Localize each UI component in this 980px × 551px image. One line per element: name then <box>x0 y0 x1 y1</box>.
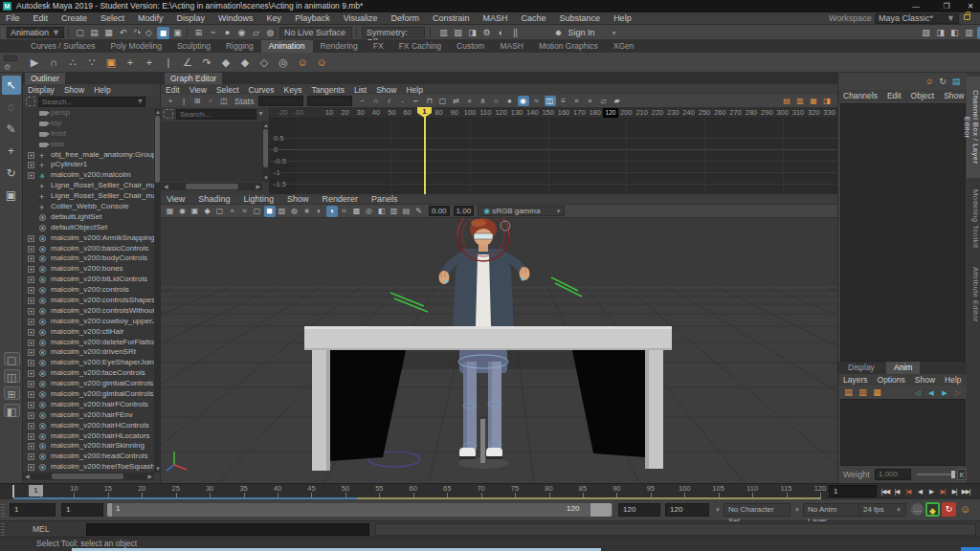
camera-attributes-icon[interactable]: ▣ <box>189 206 201 217</box>
expand-toggle[interactable]: + <box>28 412 34 419</box>
wireframe-icon[interactable]: ▢ <box>252 206 263 217</box>
select-component-icon[interactable]: ▣ <box>171 27 184 39</box>
undo-icon[interactable]: ↶ <box>117 27 129 39</box>
set-driven-key-icon[interactable]: ↷ <box>199 55 214 70</box>
set-key-icon[interactable]: + <box>122 55 138 70</box>
weight-field[interactable]: 1.000 <box>875 469 911 480</box>
image-plane-icon[interactable]: ▢ <box>214 206 226 217</box>
exposure-field[interactable]: 0.00 <box>429 206 450 216</box>
break-tangents-icon[interactable]: × <box>464 96 476 106</box>
outliner-item[interactable]: +malcolm_v200:faceControls <box>23 368 154 379</box>
paint-select-tool-icon[interactable]: ✎ <box>2 120 21 139</box>
current-time-field[interactable]: 1 <box>829 485 877 497</box>
expand-toggle[interactable]: + <box>28 287 34 294</box>
free-tangent-weight-icon[interactable]: ○ <box>491 96 502 106</box>
step-forward-key-button[interactable]: ▶| <box>937 485 948 497</box>
show-channel-box-icon[interactable]: ▥ <box>963 27 975 39</box>
show-attribute-editor-icon[interactable]: ◨ <box>934 27 947 39</box>
symmetry-field[interactable]: Symmetry: Off <box>362 27 425 38</box>
snap-to-projected-center-icon[interactable]: ◉ <box>235 27 248 39</box>
shelf-tab-mash[interactable]: MASH <box>492 40 531 53</box>
cached-playback-toggle[interactable]: ↻ <box>942 502 956 517</box>
expand-toggle[interactable]: + <box>28 402 34 408</box>
insert-keys-tool-icon[interactable]: | <box>178 96 189 106</box>
lasso-tool-icon[interactable]: ◌ <box>2 98 21 117</box>
outliner-item[interactable]: +obj_free_male_anatomy:Group36237 <box>23 150 154 161</box>
outliner-item[interactable]: +malcolm_v200:bodyControls <box>23 253 154 264</box>
minimize-button[interactable]: — <box>905 0 926 12</box>
main-menu-file[interactable]: File <box>0 12 27 24</box>
workspace-dropdown[interactable]: Maya Classic*▼ <box>875 13 959 24</box>
viewport-menu-shading[interactable]: Shading <box>191 194 236 205</box>
statusline-grip[interactable] <box>1 27 5 38</box>
sign-in-button[interactable]: ☻ Sign In ▼ <box>551 26 617 39</box>
main-menu-mash[interactable]: MASH <box>477 12 515 24</box>
outliner-item[interactable]: +malcolm_v200:basicControls <box>23 244 154 254</box>
spline-tangents-icon[interactable]: ~ <box>357 96 368 106</box>
auto-tangents-icon[interactable]: ◉ <box>518 96 529 106</box>
create-cluster-icon[interactable]: ∴ <box>65 55 80 70</box>
outliner-item[interactable]: +malcolm_v200:cowboy_upperJacket <box>23 317 154 327</box>
viewport-menu-panels[interactable]: Panels <box>365 194 405 205</box>
filter-icon[interactable] <box>26 97 35 106</box>
graph-filter-icon[interactable] <box>164 109 173 119</box>
open-time-editor-icon[interactable]: ▦ <box>808 96 819 106</box>
outliner-item[interactable]: side <box>23 140 154 150</box>
viewport-menu-show[interactable]: Show <box>280 194 316 205</box>
expand-toggle[interactable]: + <box>28 464 34 471</box>
shelf-tab-rigging[interactable]: Rigging <box>218 40 261 53</box>
range-start-handle[interactable] <box>107 503 112 517</box>
outliner-item[interactable]: +malcolm_v200:controlsShapes <box>23 296 154 306</box>
stats-time-field[interactable] <box>258 96 303 106</box>
outliner-search-input[interactable] <box>38 97 145 107</box>
main-menu-edit[interactable]: Edit <box>27 12 56 24</box>
expand-toggle[interactable]: + <box>28 349 34 356</box>
open-render-view-icon[interactable]: ▥ <box>437 27 450 39</box>
retime-tool-icon[interactable]: ◫ <box>218 96 230 106</box>
select-camera-icon[interactable]: ▦ <box>165 206 176 217</box>
graph-plot[interactable]: -20-101020304050607080901001101201301401… <box>270 107 837 194</box>
outliner-vscrollbar[interactable]: ▲ ▼ <box>154 108 161 473</box>
create-anim-layer-from-selected-icon[interactable]: ▥ <box>857 386 869 399</box>
display-render-globals-icon[interactable]: ◐ <box>495 27 507 39</box>
side-tab-attribute-editor[interactable]: Attribute Editor <box>967 260 980 329</box>
open-scene-icon[interactable]: ▤ <box>88 27 100 39</box>
create-override-layer-icon[interactable]: ▦ <box>871 386 883 399</box>
occlusion-icon[interactable]: ◑ <box>326 206 338 217</box>
template-channel-icon[interactable]: ▱ <box>598 96 610 106</box>
auto-keyframe-toggle[interactable]: ◆ <box>925 502 940 517</box>
post-infinity-cycle-icon[interactable]: » <box>585 96 596 106</box>
outliner-item[interactable]: +malcolm_v200:deleteForFlattop <box>23 338 154 348</box>
outliner-menu-display[interactable]: Display <box>23 84 59 96</box>
layer-editor-menu-help[interactable]: Help <box>940 374 966 386</box>
timeline-current-frame-chip[interactable]: 1 <box>29 485 43 496</box>
pose-editor-icon[interactable]: ▣ <box>103 55 119 70</box>
animation-preferences-icon[interactable]: ☺ <box>958 502 972 517</box>
outliner-item[interactable]: +malcolm_v200:bones <box>23 264 154 275</box>
layer-tab-display[interactable]: Display <box>840 362 882 374</box>
channel-box-menu-show[interactable]: Show <box>939 90 969 101</box>
outliner-persp-layout-icon[interactable]: ◧ <box>4 404 20 417</box>
dof-icon[interactable]: ◎ <box>364 206 375 217</box>
outliner-item[interactable]: +malcolm_v200:ArmIkSnappingParts <box>23 233 154 244</box>
channel-box-menu-edit[interactable]: Edit <box>882 90 906 101</box>
expand-toggle[interactable]: + <box>28 255 34 262</box>
stats-value-field[interactable] <box>307 96 352 106</box>
unbake-channel-icon[interactable]: ▰ <box>612 96 623 106</box>
step-back-frame-button[interactable]: |◀ <box>891 485 902 497</box>
shelf-tab-sculpting[interactable]: Sculpting <box>169 40 218 53</box>
outliner-item[interactable]: +malcolm_v200:drivenSRt <box>23 347 154 358</box>
outliner-menu-help[interactable]: Help <box>89 84 115 96</box>
spline-mode-icon[interactable]: ≈ <box>531 96 543 106</box>
expand-toggle[interactable]: + <box>28 298 34 304</box>
step-back-key-button[interactable]: |◀ <box>902 485 914 497</box>
pre-infinity-cycle-icon[interactable]: « <box>571 96 583 106</box>
rotate-tool-icon[interactable]: ↻ <box>2 164 21 183</box>
shelf-tab-animation[interactable]: Animation <box>261 40 313 53</box>
grease-pencil-icon[interactable]: ✎ <box>413 206 425 217</box>
oversampling-icon[interactable]: ≈ <box>239 206 251 217</box>
expand-toggle[interactable]: + <box>28 360 34 366</box>
outliner-item[interactable]: +malcolm_v200:gimbalControlsShapes <box>23 389 154 400</box>
main-menu-create[interactable]: Create <box>55 12 94 24</box>
recent-commands-icon[interactable]: ↻ <box>937 76 948 87</box>
